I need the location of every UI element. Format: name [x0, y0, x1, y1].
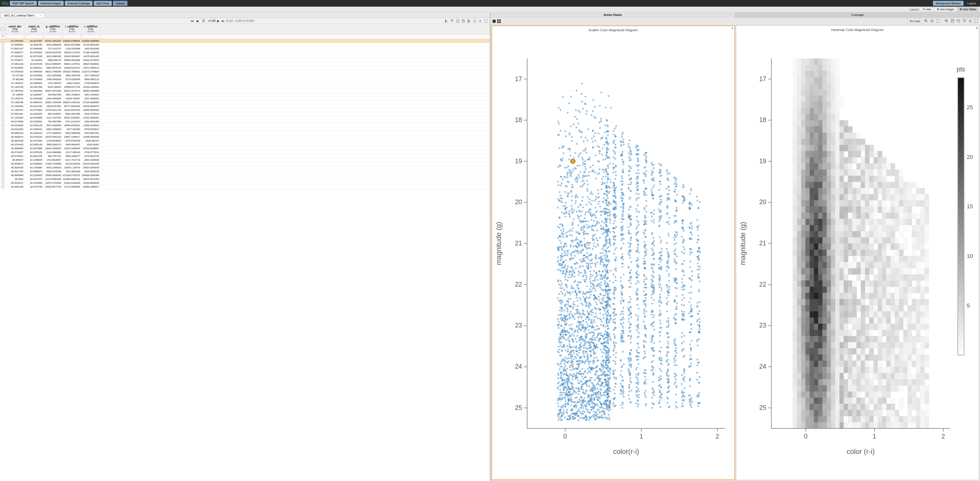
logout-link[interactable]: Logout [965, 2, 978, 5]
table-row[interactable]: -36.36554762.12995481714.95189673141.701… [0, 158, 490, 162]
chart-save-icon[interactable] [950, 18, 955, 25]
row-checkbox[interactable] [2, 182, 4, 184]
select-all-checkbox[interactable] [1, 27, 4, 31]
chart-settings-icon[interactable] [967, 18, 972, 25]
tab-coverage[interactable]: Coverage [735, 12, 980, 18]
column-header-coord_dec[interactable]: coord_dec(deg)double [6, 24, 25, 34]
pan-icon[interactable] [929, 18, 934, 25]
table-row[interactable]: -36.368606362.097388519644.342520241679.… [0, 147, 490, 151]
row-checkbox[interactable] [2, 105, 4, 108]
external-images-button[interactable]: External Images [38, 1, 64, 6]
row-checkbox[interactable] [2, 78, 4, 81]
row-checkbox[interactable] [2, 128, 4, 130]
add-chart-button[interactable]: Add Chart [94, 1, 112, 6]
table-row[interactable]: -37.148178762.277930910733.961179415124.… [0, 108, 490, 112]
column-header-coord_ra[interactable]: coord_ra(deg)double [25, 24, 43, 34]
chart-expand-icon[interactable] [974, 18, 978, 25]
zoom-reset-icon[interactable]: 1 [944, 18, 949, 25]
tap-search-button[interactable]: RSP TAP Search [10, 1, 37, 6]
row-checkbox[interactable] [2, 151, 4, 154]
table-row[interactable]: -37.081652762.45715284613.488019229148.3… [0, 54, 490, 58]
table-row[interactable]: -37.07723662.48708081313.33545661866.160… [0, 74, 490, 78]
row-checkbox[interactable] [2, 136, 4, 138]
table-row[interactable]: -37.108708462.467109792761.2901927134491… [0, 39, 490, 43]
table-row[interactable]: -37.140424762.32558221722.2953723256.276… [0, 81, 490, 85]
table-row[interactable]: -36.515130262.24961616592.46368489477.93… [0, 127, 490, 131]
column-header-r_calibFlux[interactable]: r_calibFlux(nJy)double [81, 24, 100, 34]
table-row[interactable]: -37.134545262.301419419532.65786128771.5… [0, 105, 490, 108]
chart-filter-icon[interactable] [962, 18, 967, 25]
heatmap-chart[interactable]: × Heatmap Color-Magnitude Diagram 171819… [736, 25, 979, 480]
table-row[interactable]: -36.363867262.020966417652.074903829123.… [0, 162, 490, 166]
app-logo[interactable] [2, 1, 9, 6]
filter-icon[interactable] [450, 19, 454, 23]
table-row[interactable]: -37.08128862.37649061588.39282283173.022… [0, 78, 490, 81]
table-row[interactable]: -37.142155462.51099554117.414763238187.5… [0, 116, 490, 120]
row-checkbox[interactable] [2, 40, 4, 42]
options-icon[interactable] [478, 19, 482, 23]
row-checkbox[interactable] [2, 51, 4, 54]
row-checkbox[interactable] [2, 186, 4, 188]
action-menu-icon[interactable] [444, 19, 449, 23]
table-row[interactable]: -37.079031662.484592838012.7495359303315… [0, 70, 490, 74]
table-row[interactable]: -37.138762262.383365969547.037224595010.… [0, 89, 490, 93]
grid-view-icon[interactable] [497, 19, 501, 23]
expand-icon[interactable] [484, 19, 488, 23]
table-row[interactable]: -37.081956462.28520118563.687910315848.5… [0, 66, 490, 70]
next-page-icon[interactable]: ▶ [216, 19, 220, 23]
row-checkbox[interactable] [2, 170, 4, 173]
background-monitor-button[interactable]: Background Monitor [933, 1, 964, 6]
table-row[interactable]: -36.517023862.0126591794.40675965741.211… [0, 120, 490, 124]
row-checkbox[interactable] [2, 63, 4, 65]
row-checkbox[interactable] [2, 43, 4, 46]
filter-input-coord_dec[interactable] [6, 35, 24, 38]
table-row[interactable]: -37.084883462.46457856622.609393553012.5… [0, 43, 490, 47]
table-row[interactable]: -36.365627462.070224310578.286131915827.… [0, 135, 490, 139]
close-icon[interactable]: × [976, 26, 978, 30]
row-checkbox[interactable] [2, 109, 4, 111]
filter-input-r_calibFlux[interactable] [82, 35, 100, 38]
close-icon[interactable]: × [732, 27, 733, 30]
table-row[interactable]: -36.361562.097357611272.5554348103394.55… [0, 177, 490, 181]
row-checkbox[interactable] [2, 74, 4, 77]
text-view-icon[interactable]: T [455, 19, 460, 23]
external-catalogs-button[interactable]: External Catalogs [65, 1, 93, 6]
save-icon[interactable] [461, 19, 466, 23]
row-checkbox[interactable] [2, 90, 4, 92]
tab-active-charts[interactable]: Active Charts [490, 12, 735, 18]
table-row[interactable]: -36.515299462.24811283937.915509319854.6… [0, 124, 490, 127]
table-row[interactable]: -36.371046762.09791321116.466066612117.6… [0, 151, 490, 154]
filter-input-coord_ra[interactable] [25, 35, 43, 38]
table-row[interactable]: -36.361778462.09889745606.57454687301.09… [0, 170, 490, 173]
info-icon[interactable]: i [473, 19, 477, 23]
row-checkbox[interactable] [2, 113, 4, 115]
first-page-icon[interactable]: ⏮ [190, 19, 194, 23]
table-row[interactable]: -37.078367162.2922026965.68217850990.093… [0, 58, 490, 62]
row-checkbox[interactable] [2, 143, 4, 146]
last-page-icon[interactable]: ⏭ [221, 19, 225, 23]
single-view-icon[interactable] [492, 19, 496, 23]
table-body[interactable]: -37.108708462.467109792761.2901927134491… [0, 39, 490, 481]
row-checkbox[interactable] [2, 101, 4, 104]
row-checkbox[interactable] [2, 147, 4, 150]
table-row[interactable]: -36.391547162.101565913279.473338522344.… [0, 181, 490, 185]
row-checkbox[interactable] [2, 97, 4, 100]
row-checkbox[interactable] [2, 162, 4, 165]
row-checkbox[interactable] [2, 166, 4, 169]
table-row[interactable]: -37.084142762.5360486773.74137471139.053… [0, 47, 490, 51]
scatter-plot-canvas[interactable]: 171819202122232425012color(r-i)magnitude… [492, 33, 735, 479]
table-row[interactable]: -37.13955562.4296667436.89979361650.7026… [0, 93, 490, 97]
add-column-icon[interactable] [467, 19, 471, 23]
table-row[interactable]: -36.366163862.18715941749.84095023078.57… [0, 139, 490, 143]
table-row[interactable]: -37.080115662.293793933119.388695758844.… [0, 62, 490, 66]
heatmap-plot-canvas[interactable]: 171819202122232425012color (r-i)magnitud… [736, 33, 979, 480]
row-checkbox[interactable] [2, 178, 4, 180]
table-row[interactable]: -36.374620162.0911105396.27577314856.199… [0, 154, 490, 158]
restore-icon[interactable] [956, 18, 961, 25]
row-checkbox[interactable] [2, 124, 4, 127]
page-input[interactable] [200, 19, 207, 22]
table-row[interactable]: -36.362543562.17929946024.1469416103571.… [0, 166, 490, 170]
layout-bitables-button[interactable]: Bi-view Tables [958, 7, 978, 11]
row-checkbox[interactable] [2, 120, 4, 123]
prev-page-icon[interactable]: ◀ [195, 19, 199, 23]
